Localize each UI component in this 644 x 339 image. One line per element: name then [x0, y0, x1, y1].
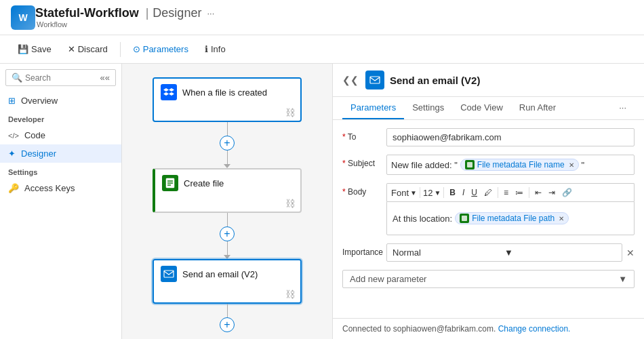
dropbox-icon — [161, 84, 177, 100]
subject-label: * Subject — [342, 155, 386, 168]
add-step-button-2[interactable]: + — [220, 226, 235, 241]
sidebar-collapse-button[interactable]: « — [100, 73, 110, 83]
sidebar-item-overview[interactable]: ⊞ Overview — [0, 92, 121, 110]
panel-expand-button[interactable]: ❮❮ — [342, 75, 359, 85]
bold-button[interactable]: B — [447, 186, 458, 199]
toolbar-sep-3 — [498, 187, 498, 198]
connector-line-2 — [227, 213, 228, 226]
info-icon: ℹ — [205, 44, 208, 54]
trigger-node-header: When a file is created — [154, 79, 300, 106]
change-connection-link[interactable]: Change connection. — [498, 324, 571, 334]
panel-tabs: Parameters Settings Code View Run After … — [333, 97, 644, 120]
overview-icon: ⊞ — [8, 96, 16, 106]
workflow-nodes: When a file is created ⛓ + Cre — [153, 77, 302, 332]
tab-more[interactable]: ··· — [611, 97, 635, 119]
subject-token-field[interactable]: New file added: " File metadata File nam… — [386, 155, 635, 175]
access-icon: 🔑 — [8, 183, 19, 193]
underline-button[interactable]: U — [468, 186, 480, 199]
indent-left-button[interactable]: ⇤ — [532, 186, 544, 199]
header-separator: | — [146, 6, 149, 20]
subject-token-chip[interactable]: File metadata File name ✕ — [460, 159, 579, 171]
tab-parameters[interactable]: Parameters — [342, 97, 404, 119]
sidebar-item-access-keys[interactable]: 🔑 Access Keys — [0, 179, 121, 197]
create-file-node[interactable]: Create file ⛓ — [153, 168, 302, 213]
create-file-node-header: Create file — [155, 170, 300, 197]
body-field-row: * Body Font ▼ 12 ▼ B — [342, 183, 635, 235]
app-header: W Stateful-Workflow | Designer ··· Workf… — [0, 0, 644, 35]
connector-line-1 — [227, 122, 228, 136]
subject-token-icon — [465, 160, 475, 170]
panel-app-icon — [365, 71, 384, 89]
parameters-button[interactable]: ⊙ Parameters — [126, 41, 195, 58]
info-button[interactable]: ℹ Info — [198, 41, 233, 58]
importance-select[interactable]: Normal ▼ — [386, 243, 622, 262]
connector-bottom: + — [220, 304, 235, 332]
indent-right-button[interactable]: ⇥ — [546, 186, 558, 199]
italic-button[interactable]: I — [460, 186, 467, 199]
subject-token-remove[interactable]: ✕ — [569, 161, 574, 169]
ordered-list-button[interactable]: ≔ — [512, 186, 526, 199]
sidebar-item-designer[interactable]: ✦ Designer — [0, 144, 121, 163]
toolbar-sep-4 — [529, 187, 529, 198]
rich-text-toolbar: Font ▼ 12 ▼ B I U 🖊 — [386, 183, 635, 201]
search-icon: 🔍 — [12, 73, 22, 83]
tab-run-after[interactable]: Run After — [511, 97, 564, 119]
trigger-node-title: When a file is created — [182, 87, 267, 98]
save-button[interactable]: 💾 Save — [11, 41, 58, 58]
discard-button[interactable]: ✕ Discard — [61, 41, 115, 58]
svg-rect-2 — [370, 77, 380, 83]
importance-clear-button[interactable]: ✕ — [626, 247, 635, 258]
font-size-chevron: ▼ — [434, 189, 441, 197]
header-more-button[interactable]: ··· — [207, 8, 214, 18]
unordered-list-button[interactable]: ≡ — [501, 186, 511, 199]
body-token-chip[interactable]: File metadata File path ✕ — [455, 212, 569, 224]
send-email-node-header: Send an email (V2) — [154, 260, 300, 287]
send-email-link-icon: ⛓ — [285, 289, 295, 300]
font-dropdown[interactable]: Font ▼ — [391, 188, 417, 198]
to-value[interactable] — [386, 128, 635, 146]
importance-chevron-icon: ▼ — [504, 247, 616, 258]
svg-rect-1 — [164, 271, 174, 277]
file-icon — [162, 175, 178, 191]
workflow-label: Workflow — [37, 20, 214, 28]
trigger-node[interactable]: When a file is created ⛓ — [153, 77, 302, 122]
link-button[interactable]: 🔗 — [559, 186, 575, 199]
header-titles: Stateful-Workflow | Designer ··· Workflo… — [35, 6, 214, 28]
workflow-canvas[interactable]: When a file is created ⛓ + Cre — [122, 64, 332, 339]
add-parameter-row[interactable]: Add new parameter ▼ — [342, 270, 635, 288]
connector-1: + — [220, 122, 235, 168]
tab-code-view[interactable]: Code View — [452, 97, 511, 119]
tab-settings[interactable]: Settings — [404, 97, 452, 119]
search-container[interactable]: 🔍 « — [5, 69, 116, 86]
workflow-name: Stateful-Workflow — [35, 6, 139, 20]
body-token-remove[interactable]: ✕ — [559, 215, 564, 222]
toolbar: 💾 Save ✕ Discard ⊙ Parameters ℹ Info — [0, 35, 644, 64]
create-file-node-title: Create file — [184, 178, 224, 188]
panel-title: Send an email (V2) — [390, 75, 480, 86]
subject-value[interactable]: New file added: " File metadata File nam… — [386, 155, 635, 175]
importance-value[interactable]: Normal ▼ ✕ — [386, 243, 635, 262]
add-step-button-1[interactable]: + — [220, 136, 235, 151]
connector-line-1b — [227, 151, 228, 164]
subject-suffix: " — [582, 160, 585, 170]
importance-selected-value: Normal — [393, 247, 504, 258]
body-editor[interactable]: At this location: File metadata File pat… — [386, 201, 635, 235]
sidebar-item-code[interactable]: </> Code — [0, 126, 121, 144]
to-input[interactable] — [386, 128, 635, 146]
send-email-node[interactable]: Send an email (V2) ⛓ — [153, 259, 302, 304]
create-file-node-footer: ⛓ — [155, 197, 300, 212]
highlight-button[interactable]: 🖊 — [481, 186, 495, 199]
save-icon: 💾 — [18, 44, 28, 54]
connector-line-bottom — [227, 304, 228, 317]
add-parameter-label: Add new parameter — [350, 274, 618, 284]
search-input[interactable] — [25, 73, 98, 83]
footer-text: Connected to sophiaowen@fabrikam.com. — [342, 324, 496, 334]
add-step-button-bottom[interactable]: + — [220, 317, 235, 332]
to-field-row: * To — [342, 128, 635, 146]
add-parameter-chevron-icon: ▼ — [618, 274, 627, 284]
designer-icon: ✦ — [8, 148, 16, 159]
trigger-node-footer: ⛓ — [154, 106, 300, 121]
panel-content: * To * Subject New file added: " — [333, 120, 644, 318]
body-token-icon — [460, 214, 469, 223]
font-size-dropdown[interactable]: 12 ▼ — [423, 188, 441, 198]
